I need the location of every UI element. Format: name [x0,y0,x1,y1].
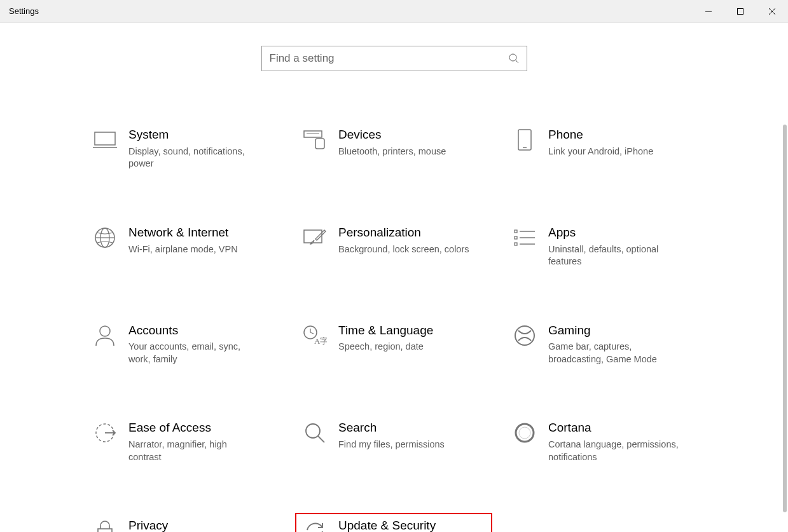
category-title: Time & Language [338,323,433,339]
minimize-button[interactable] [693,0,724,23]
svg-line-32 [318,436,324,442]
category-title: Accounts [128,323,261,339]
category-title: Privacy [128,518,252,532]
category-desc: Background, lock screen, colors [338,243,469,256]
content-area: System Display, sound, notifications, po… [0,23,788,532]
category-gaming[interactable]: Gaming Game bar, captures, broadcasting,… [505,318,702,379]
svg-rect-8 [304,131,322,137]
category-privacy[interactable]: Privacy Location, camera, microphone [85,513,282,532]
search-icon [501,53,527,64]
category-desc: Uninstall, defaults, optional features [548,243,681,268]
svg-point-28 [515,326,534,345]
scrollbar-thumb[interactable] [783,125,787,512]
category-desc: Find my files, permissions [338,439,445,451]
category-accounts[interactable]: Accounts Your accounts, email, sync, wor… [85,318,282,379]
titlebar: Settings [0,0,788,23]
svg-rect-19 [515,236,517,239]
devices-icon [299,126,331,154]
category-desc: Game bar, captures, broadcasting, Game M… [548,341,681,365]
category-title: Phone [548,127,653,143]
svg-point-33 [516,424,534,442]
svg-line-26 [310,332,314,334]
category-title: Cortana [548,420,681,436]
window-controls [693,0,788,23]
close-button[interactable] [756,0,788,23]
svg-point-34 [519,427,530,439]
category-system[interactable]: System Display, sound, notifications, po… [85,122,282,183]
category-desc: Link your Android, iPhone [548,146,653,158]
search-box[interactable] [261,46,527,71]
category-title: Network & Internet [128,225,238,241]
svg-point-4 [509,54,516,61]
svg-rect-1 [738,8,743,14]
xbox-icon [509,322,541,350]
sync-icon [299,517,331,532]
category-title: Gaming [548,323,681,339]
empty-cell [505,513,709,532]
svg-text:A字: A字 [314,336,327,346]
scrollbar[interactable] [783,125,787,525]
lock-icon [89,517,121,532]
globe-icon [89,224,121,252]
category-desc: Narrator, magnifier, high contrast [128,439,261,463]
category-title: Ease of Access [128,420,261,436]
category-title: Devices [338,127,446,143]
category-phone[interactable]: Phone Link your Android, iPhone [505,122,702,183]
time-language-icon: A字 [299,322,331,350]
category-desc: Wi-Fi, airplane mode, VPN [128,243,238,256]
category-cortana[interactable]: Cortana Cortana language, permissions, n… [505,415,702,476]
category-update-security[interactable]: Update & Security Windows Update, recove… [295,513,492,532]
apps-list-icon [509,224,541,252]
brush-icon [299,224,331,252]
category-title: Update & Security [338,518,471,532]
category-desc: Bluetooth, printers, mouse [338,146,446,158]
maximize-button[interactable] [724,0,756,23]
category-devices[interactable]: Devices Bluetooth, printers, mouse [295,122,492,183]
svg-point-31 [306,424,320,438]
magnifier-icon [299,419,331,447]
category-apps[interactable]: Apps Uninstall, defaults, optional featu… [505,220,702,281]
svg-line-5 [515,60,518,64]
cortana-icon [509,419,541,447]
svg-rect-11 [518,130,531,150]
svg-rect-21 [515,243,517,245]
categories-grid: System Display, sound, notifications, po… [85,122,709,532]
svg-rect-9 [315,139,324,149]
category-title: Personalization [338,225,469,241]
category-desc: Your accounts, email, sync, work, family [128,341,261,365]
category-network[interactable]: Network & Internet Wi-Fi, airplane mode,… [85,220,282,281]
category-title: Apps [548,225,681,241]
category-search[interactable]: Search Find my files, permissions [295,415,492,476]
svg-rect-6 [95,132,115,145]
category-ease-of-access[interactable]: Ease of Access Narrator, magnifier, high… [85,415,282,476]
person-icon [89,322,121,350]
ease-access-icon [89,419,121,447]
search-input[interactable] [262,52,501,65]
category-title: System [128,127,261,143]
window-title: Settings [9,6,39,16]
category-desc: Display, sound, notifications, power [128,146,261,170]
system-icon [89,126,121,154]
svg-point-23 [100,326,110,336]
svg-rect-35 [98,529,112,532]
category-title: Search [338,420,445,436]
category-desc: Cortana language, permissions, notificat… [548,439,681,463]
phone-icon [509,126,541,154]
category-personalization[interactable]: Personalization Background, lock screen,… [295,220,492,281]
category-time-language[interactable]: A字 Time & Language Speech, region, date [295,318,492,379]
svg-rect-17 [515,230,517,233]
category-desc: Speech, region, date [338,341,433,353]
